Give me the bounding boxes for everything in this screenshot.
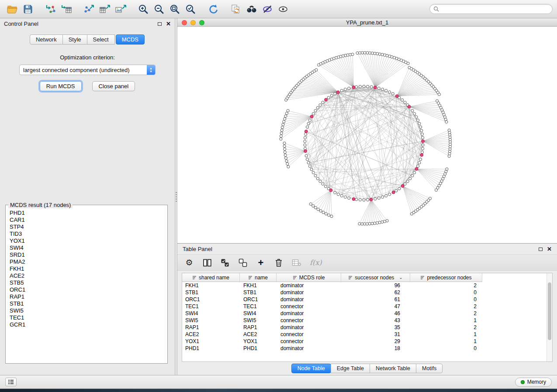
column-header-mcds-role[interactable]: MCDS role [277, 273, 341, 282]
save-session-button[interactable] [20, 2, 36, 16]
table-scrollbar[interactable] [547, 273, 552, 361]
float-panel-icon[interactable] [158, 22, 162, 26]
close-panel-button[interactable]: Close panel [92, 81, 135, 91]
mcds-result-item[interactable]: STB1 [10, 300, 163, 307]
search-input[interactable] [442, 6, 549, 12]
mcds-result-item[interactable]: SWI4 [10, 244, 163, 251]
table-row[interactable]: PHD1PHD1dominator180 [182, 345, 552, 352]
mcds-result-item[interactable]: SWI5 [10, 307, 163, 314]
refresh-layout-button[interactable] [205, 2, 221, 16]
run-mcds-button[interactable]: Run MCDS [40, 81, 82, 91]
zoom-in-button[interactable] [135, 2, 151, 16]
tab-network[interactable]: Network [30, 34, 63, 45]
close-table-panel-icon[interactable]: ✕ [547, 246, 552, 252]
binoculars-icon [246, 4, 257, 14]
zoom-selected-button[interactable] [183, 2, 198, 16]
tab-network-table[interactable]: Network Table [370, 364, 416, 373]
table-row[interactable]: RAP1RAP1dominator352 [182, 324, 552, 331]
mcds-result-item[interactable]: GCR1 [10, 321, 163, 328]
float-table-panel-icon[interactable] [539, 248, 543, 251]
table-cell: dominator [277, 310, 341, 316]
maximize-window-icon[interactable] [199, 20, 204, 25]
table-cell: 62 [341, 289, 410, 296]
network-canvas[interactable] [177, 27, 557, 243]
open-session-button[interactable] [4, 2, 20, 16]
zoom-fit-button[interactable] [167, 2, 183, 16]
tab-select[interactable]: Select [87, 34, 115, 45]
show-panels-button[interactable] [5, 378, 17, 386]
delete-column-button[interactable] [274, 257, 284, 268]
mcds-result-item[interactable]: STB5 [10, 279, 163, 286]
clone-network-button[interactable] [228, 2, 244, 16]
optimization-selected-value: largest connected component (undirected) [20, 67, 147, 73]
scrollbar-thumb[interactable] [548, 282, 551, 340]
tab-mcds[interactable]: MCDS [116, 34, 145, 45]
refresh-icon [208, 4, 218, 14]
table-row[interactable]: SWI4SWI4dominator462 [182, 310, 552, 317]
deselect-all-button[interactable] [238, 257, 248, 268]
mcds-result-item[interactable]: PHD1 [10, 210, 163, 217]
export-table-button[interactable] [97, 2, 113, 16]
search-field[interactable] [429, 4, 553, 14]
column-header-name[interactable]: name [240, 273, 277, 282]
memory-label: Memory [527, 379, 546, 385]
table-cell: 35 [341, 324, 410, 330]
mcds-result-item[interactable]: ACE2 [10, 272, 163, 279]
app-window: Control Panel ✕ Network Style Select MCD… [0, 0, 557, 389]
table-row[interactable]: TEC1TEC1connector472 [182, 303, 552, 310]
tab-motifs[interactable]: Motifs [416, 364, 443, 373]
table-row[interactable]: ACE2ACE2connector311 [182, 331, 552, 338]
mcds-result-item[interactable]: ORC1 [10, 286, 163, 293]
tab-edge-table[interactable]: Edge Table [331, 364, 370, 373]
function-builder-button[interactable]: f(x) [310, 257, 322, 268]
mcds-result-item[interactable]: RAP1 [10, 293, 163, 300]
clear-table-button[interactable] [292, 257, 301, 268]
table-panel-title: Table Panel [183, 246, 212, 252]
select-all-button[interactable] [220, 257, 230, 268]
mcds-result-item[interactable]: TID3 [10, 230, 163, 237]
mcds-result-item[interactable]: CAR1 [10, 217, 163, 224]
control-panel-tabs: Network Style Select MCDS [0, 34, 175, 45]
hide-graphics-details-button[interactable] [259, 2, 275, 16]
close-window-icon[interactable] [182, 20, 187, 25]
export-image-button[interactable] [113, 2, 128, 16]
memory-button[interactable]: Memory [515, 378, 552, 387]
close-panel-icon[interactable]: ✕ [166, 21, 171, 27]
mcds-result-item[interactable]: STP4 [10, 224, 163, 230]
minimize-window-icon[interactable] [190, 20, 196, 25]
mcds-result-item[interactable]: PMA2 [10, 258, 163, 265]
mcds-result-item[interactable]: SRD1 [10, 251, 163, 258]
table-settings-button[interactable]: ⚙ [184, 257, 194, 268]
mcds-result-item[interactable]: YOX1 [10, 237, 163, 244]
column-header-shared-name[interactable]: shared name [182, 273, 240, 282]
find-network-button[interactable] [244, 2, 259, 16]
mcds-result-list[interactable]: PHD1CAR1STP4TID3YOX1SWI4SRD1PMA2FKH1ACE2… [6, 208, 167, 363]
mcds-result-item[interactable]: TEC1 [10, 314, 163, 321]
table-row[interactable]: STB1STB1dominator620 [182, 289, 552, 296]
window-controls [182, 20, 204, 25]
table-cell: RAP1 [240, 324, 277, 330]
node-table-body: FKH1FKH1dominator962STB1STB1dominator620… [182, 282, 552, 352]
table-row[interactable]: YOX1YOX1connector291 [182, 338, 552, 345]
table-clear-icon [292, 259, 301, 267]
add-column-button[interactable]: + [256, 257, 266, 268]
show-graphics-details-button[interactable] [275, 2, 291, 16]
optimization-select[interactable]: largest connected component (undirected)… [19, 65, 156, 75]
deselect-all-icon [239, 258, 247, 267]
column-header-predecessor-nodes[interactable]: predecessor nodes [410, 273, 482, 282]
tab-node-table[interactable]: Node Table [291, 364, 331, 373]
export-network-button[interactable] [81, 2, 97, 16]
table-row[interactable]: FKH1FKH1dominator962 [182, 282, 552, 289]
import-network-button[interactable] [43, 2, 59, 16]
table-cell: TEC1 [240, 303, 277, 309]
network-graph [177, 27, 557, 243]
table-row[interactable]: SWI5SWI5connector431 [182, 317, 552, 324]
column-header-successor-nodes[interactable]: successor nodes ⌄ [341, 273, 410, 282]
table-row[interactable]: ORC1ORC1dominator610 [182, 296, 552, 303]
network-title-bar[interactable]: YPA_prune.txt_1 [177, 18, 557, 27]
import-table-button[interactable] [59, 2, 74, 16]
zoom-out-button[interactable] [151, 2, 167, 16]
show-columns-button[interactable] [202, 257, 212, 268]
mcds-result-item[interactable]: FKH1 [10, 265, 163, 272]
tab-style[interactable]: Style [62, 34, 87, 45]
